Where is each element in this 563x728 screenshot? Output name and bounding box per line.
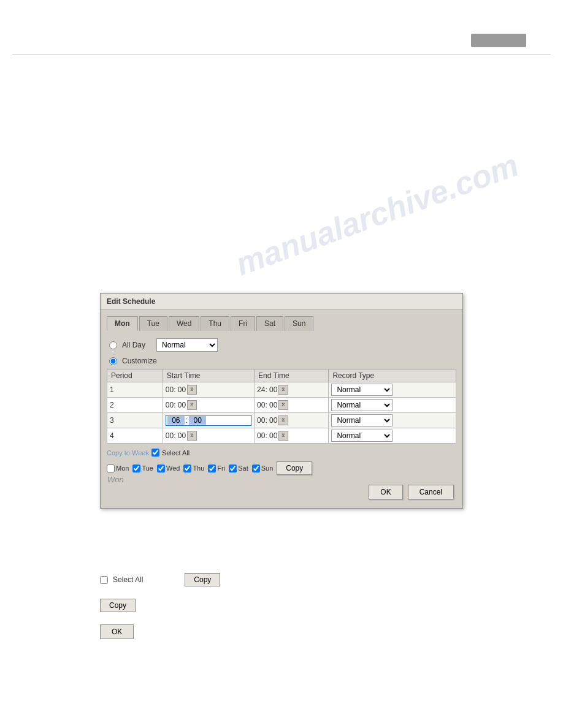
tab-mon[interactable]: Mon bbox=[107, 316, 138, 331]
dialog-title: Edit Schedule bbox=[101, 294, 462, 310]
bottom-copy-button-1[interactable]: Copy bbox=[185, 573, 220, 586]
bottom-section: Select All Copy Copy OK bbox=[100, 573, 463, 639]
end-time-3: 00: 00 ⧖ bbox=[255, 413, 329, 428]
bottom-ok-button[interactable]: OK bbox=[100, 624, 134, 639]
record-type-select-1[interactable]: Normal Motion Alarm bbox=[331, 384, 393, 396]
day-tabs: Mon Tue Wed Thu Fri Sat Sun bbox=[107, 316, 456, 331]
start-spin-4[interactable]: ⧖ bbox=[187, 431, 197, 441]
end-spin-1[interactable]: ⧖ bbox=[278, 385, 288, 395]
label-thu: Thu bbox=[193, 464, 204, 472]
end-time-2: 00: 00 ⧖ bbox=[255, 398, 329, 413]
record-type-select-4[interactable]: Normal Motion Alarm bbox=[331, 430, 393, 442]
start-spin-2[interactable]: ⧖ bbox=[187, 400, 197, 410]
select-all-label: Select All bbox=[162, 449, 190, 457]
period-4: 4 bbox=[107, 428, 163, 444]
label-mon: Mon bbox=[116, 464, 129, 472]
checkbox-thu[interactable] bbox=[183, 464, 191, 472]
day-check-tue: Tue bbox=[132, 464, 153, 472]
dialog-footer: OK Cancel bbox=[107, 481, 456, 502]
day-check-thu: Thu bbox=[183, 464, 204, 472]
record-type-select-3[interactable]: Normal Motion Alarm bbox=[331, 414, 393, 427]
tab-wed[interactable]: Wed bbox=[169, 316, 199, 331]
start-time-3: : bbox=[163, 413, 254, 428]
copy-to-week-link[interactable]: Copy to Week bbox=[107, 449, 149, 457]
record-type-1: Normal Motion Alarm bbox=[329, 382, 456, 398]
end-time-1: 24: 00 ⧖ bbox=[255, 382, 329, 398]
customize-radio[interactable] bbox=[109, 357, 117, 365]
bottom-select-all-checkbox[interactable] bbox=[100, 576, 108, 584]
end-spin-3[interactable]: ⧖ bbox=[278, 415, 288, 425]
period-3: 3 bbox=[107, 413, 163, 428]
bottom-copy-button-2[interactable]: Copy bbox=[100, 599, 136, 612]
checkbox-wed[interactable] bbox=[157, 464, 165, 472]
start-time-4: 00: 00 ⧖ bbox=[163, 428, 254, 444]
record-type-2: Normal Motion Alarm bbox=[329, 398, 456, 413]
day-checkboxes-row: Mon Tue Wed Thu Fri Sat bbox=[107, 461, 456, 475]
customize-label: Customize bbox=[122, 357, 157, 365]
start-spin-1[interactable]: ⧖ bbox=[187, 385, 197, 395]
customize-row: Customize bbox=[107, 355, 456, 366]
label-fri: Fri bbox=[217, 464, 225, 472]
start-time-1: 00: 00 ⧖ bbox=[163, 382, 254, 398]
tab-sat[interactable]: Sat bbox=[256, 316, 283, 331]
table-row: 1 00: 00 ⧖ 24: 00 ⧖ bbox=[107, 382, 456, 398]
tab-fri[interactable]: Fri bbox=[231, 316, 255, 331]
record-type-3: Normal Motion Alarm bbox=[329, 413, 456, 428]
checkbox-sun[interactable] bbox=[252, 464, 260, 472]
divider bbox=[12, 54, 551, 55]
end-time-4: 00: 00 ⧖ bbox=[255, 428, 329, 444]
day-check-wed: Wed bbox=[157, 464, 180, 472]
allday-radio[interactable] bbox=[109, 341, 117, 349]
label-sun: Sun bbox=[261, 464, 274, 472]
tab-tue[interactable]: Tue bbox=[139, 316, 167, 331]
table-row: 4 00: 00 ⧖ 00: 00 ⧖ bbox=[107, 428, 456, 444]
record-type-4: Normal Motion Alarm bbox=[329, 428, 456, 444]
table-row: 2 00: 00 ⧖ 00: 00 ⧖ bbox=[107, 398, 456, 413]
day-check-sat: Sat bbox=[229, 464, 248, 472]
start-min-3[interactable] bbox=[189, 416, 206, 425]
allday-type-select[interactable]: Normal Motion Alarm bbox=[156, 338, 218, 352]
copy-button[interactable]: Copy bbox=[277, 461, 312, 475]
col-period: Period bbox=[107, 370, 163, 382]
checkbox-tue[interactable] bbox=[132, 464, 140, 472]
select-all-checkbox[interactable] bbox=[151, 449, 159, 457]
checkbox-sat[interactable] bbox=[229, 464, 237, 472]
label-sat: Sat bbox=[238, 464, 248, 472]
tab-thu[interactable]: Thu bbox=[201, 316, 229, 331]
watermark: manualarchive.com bbox=[231, 146, 524, 282]
checkbox-fri[interactable] bbox=[208, 464, 216, 472]
label-tue: Tue bbox=[142, 464, 153, 472]
cancel-button[interactable]: Cancel bbox=[408, 485, 454, 499]
allday-label: All Day bbox=[122, 341, 145, 349]
day-check-mon: Mon bbox=[107, 464, 129, 472]
col-record-type: Record Type bbox=[329, 370, 456, 382]
table-row: 3 : 00: 00 ⧖ bbox=[107, 413, 456, 428]
label-wed: Wed bbox=[166, 464, 180, 472]
top-bar-button[interactable] bbox=[471, 34, 526, 47]
col-end-time: End Time bbox=[255, 370, 329, 382]
end-spin-2[interactable]: ⧖ bbox=[278, 400, 288, 410]
period-2: 2 bbox=[107, 398, 163, 413]
tab-sun[interactable]: Sun bbox=[285, 316, 313, 331]
day-check-fri: Fri bbox=[208, 464, 225, 472]
checkbox-mon[interactable] bbox=[107, 464, 115, 472]
start-hour-3[interactable] bbox=[167, 416, 185, 425]
schedule-table: Period Start Time End Time Record Type 1… bbox=[107, 369, 456, 444]
won-text: Won bbox=[107, 475, 124, 484]
start-time-2: 00: 00 ⧖ bbox=[163, 398, 254, 413]
period-1: 1 bbox=[107, 382, 163, 398]
day-check-sun: Sun bbox=[252, 464, 274, 472]
ok-button[interactable]: OK bbox=[369, 485, 402, 499]
edit-schedule-dialog: Edit Schedule Mon Tue Wed Thu Fri Sat Su… bbox=[100, 293, 463, 509]
col-start-time: Start Time bbox=[163, 370, 254, 382]
record-type-select-2[interactable]: Normal Motion Alarm bbox=[331, 399, 393, 411]
bottom-select-all-label: Select All bbox=[113, 575, 143, 584]
end-spin-4[interactable]: ⧖ bbox=[278, 431, 288, 441]
copy-week-row: Copy to Week Select All bbox=[107, 449, 456, 457]
allday-row: All Day Normal Motion Alarm bbox=[107, 337, 456, 353]
